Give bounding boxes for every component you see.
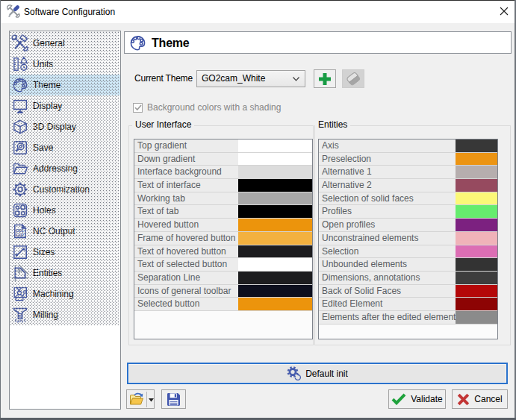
svg-text:G02: G02 bbox=[16, 232, 24, 237]
